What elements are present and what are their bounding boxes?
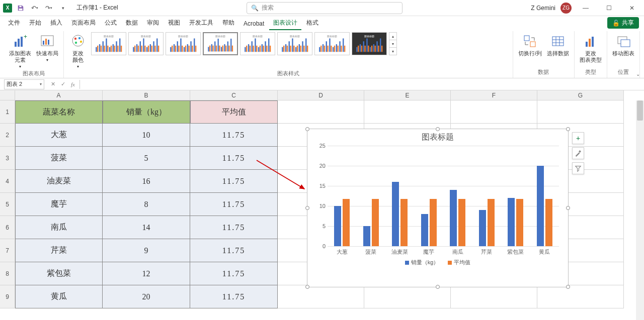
cell-A1[interactable]: 蔬菜名称 — [15, 100, 103, 124]
move-chart-button[interactable]: 移动图表 — [611, 32, 635, 58]
cell-E1[interactable] — [364, 100, 451, 124]
gallery-scroll[interactable]: ▴▾▾ — [389, 32, 397, 55]
cell-C3[interactable]: 11.75 — [190, 147, 278, 170]
chart-style-thumb-5[interactable]: 图表标题 — [240, 32, 275, 55]
chart-styles-gallery[interactable]: 图表标题 图表标题 图表标题 图表标题 图表标题 图表标题 图表标题 图表标题 … — [91, 32, 397, 55]
chart-plot-area[interactable]: 0510152025 — [328, 146, 559, 246]
chart-bar[interactable] — [334, 206, 341, 246]
chart-filters-button[interactable] — [572, 162, 584, 174]
user-avatar[interactable]: ZG — [560, 3, 572, 14]
cell-B7[interactable]: 9 — [103, 239, 190, 262]
chart-bar[interactable] — [450, 190, 457, 246]
chart-title[interactable]: 图表标题 — [307, 129, 568, 146]
column-header-F[interactable]: F — [451, 90, 537, 100]
chart-bar[interactable] — [372, 199, 379, 246]
vertical-scrollbar[interactable] — [636, 100, 644, 320]
cell-G9[interactable] — [537, 285, 624, 308]
cell-B2[interactable]: 10 — [103, 124, 190, 147]
cell-C7[interactable]: 11.75 — [190, 239, 278, 262]
cell-C1[interactable]: 平均值 — [190, 100, 278, 124]
cell-B6[interactable]: 14 — [103, 216, 190, 239]
column-header-C[interactable]: C — [190, 90, 278, 100]
column-header-B[interactable]: B — [103, 90, 190, 100]
chart-bar[interactable] — [421, 214, 428, 246]
maximize-button[interactable]: ☐ — [600, 1, 618, 15]
menu-tab-插入[interactable]: 插入 — [46, 17, 66, 30]
change-colors-button[interactable]: 更改 颜色 ▾ — [68, 32, 88, 70]
cancel-edit-button[interactable]: ✕ — [48, 80, 57, 89]
chart-style-thumb-8[interactable]: 图表标题 — [352, 32, 387, 55]
chart-bar[interactable] — [392, 182, 399, 246]
column-header-D[interactable]: D — [278, 90, 364, 100]
qat-customize-button[interactable]: ▾ — [57, 3, 68, 14]
cell-B5[interactable]: 8 — [103, 193, 190, 216]
chart-bar[interactable] — [516, 199, 523, 246]
save-button[interactable] — [15, 3, 26, 14]
insert-function-button[interactable]: fx — [68, 80, 77, 89]
menu-tab-文件[interactable]: 文件 — [4, 17, 24, 30]
cell-B9[interactable]: 20 — [103, 285, 190, 308]
select-data-button[interactable]: 选择数据 — [546, 32, 570, 58]
chart-bar[interactable] — [537, 166, 544, 246]
cell-D1[interactable] — [278, 100, 364, 124]
row-header-2[interactable]: 2 — [0, 124, 15, 147]
chart-resize-handle[interactable] — [566, 127, 570, 131]
cell-B8[interactable]: 12 — [103, 262, 190, 285]
quick-layout-button[interactable]: 快速布局 ▾ — [35, 32, 59, 63]
column-header-G[interactable]: G — [537, 90, 624, 100]
confirm-edit-button[interactable]: ✓ — [58, 80, 67, 89]
scrollbar-thumb[interactable] — [637, 100, 643, 121]
menu-tab-公式[interactable]: 公式 — [101, 17, 121, 30]
name-box[interactable]: 图表 2▾ — [4, 79, 44, 89]
row-header-9[interactable]: 9 — [0, 285, 15, 308]
row-header-1[interactable]: 1 — [0, 100, 15, 124]
menu-tab-帮助[interactable]: 帮助 — [218, 17, 238, 30]
menu-tab-视图[interactable]: 视图 — [164, 17, 184, 30]
cell-F1[interactable] — [451, 100, 537, 124]
chart-resize-handle[interactable] — [436, 285, 440, 289]
menu-tab-格式[interactable]: 格式 — [302, 17, 323, 30]
row-header-4[interactable]: 4 — [0, 170, 15, 193]
cell-A9[interactable]: 黄瓜 — [15, 285, 103, 308]
chart-style-thumb-7[interactable]: 图表标题 — [314, 32, 350, 55]
chart-bar[interactable] — [545, 199, 552, 246]
switch-row-col-button[interactable]: 切换行/列 — [517, 32, 543, 58]
select-all-button[interactable] — [0, 90, 15, 100]
cell-F9[interactable] — [451, 285, 537, 308]
ribbon-collapse-button[interactable]: ⌄ — [636, 71, 640, 77]
chart-elements-button[interactable]: + — [572, 132, 584, 144]
cell-C8[interactable]: 11.75 — [190, 262, 278, 285]
chart-style-thumb-3[interactable]: 图表标题 — [166, 32, 201, 55]
search-box[interactable]: 🔍 搜索 — [247, 2, 403, 14]
menu-tab-开始[interactable]: 开始 — [25, 17, 45, 30]
chart-bar[interactable] — [479, 210, 486, 246]
row-header-6[interactable]: 6 — [0, 216, 15, 239]
change-chart-type-button[interactable]: 更改 图表类型 — [579, 32, 603, 64]
chart-bar[interactable] — [400, 199, 408, 246]
chart-resize-handle[interactable] — [305, 206, 309, 210]
add-chart-elements-button[interactable]: + 添加图表 元素 ▾ — [8, 32, 32, 70]
chart-resize-handle[interactable] — [566, 285, 570, 289]
cell-D9[interactable] — [278, 285, 364, 308]
chart-resize-handle[interactable] — [305, 127, 309, 131]
undo-button[interactable]: ↶▾ — [29, 3, 40, 14]
share-button[interactable]: 🔓 共享 — [607, 17, 639, 29]
chart-legend[interactable]: 销量（kg） 平均值 — [307, 256, 568, 269]
redo-button[interactable]: ↷▾ — [43, 3, 54, 14]
cell-B4[interactable]: 16 — [103, 170, 190, 193]
row-header-3[interactable]: 3 — [0, 147, 15, 170]
chart-styles-button[interactable] — [572, 147, 584, 159]
chart-bar[interactable] — [488, 199, 495, 246]
cell-A3[interactable]: 菠菜 — [15, 147, 103, 170]
column-header-E[interactable]: E — [364, 90, 451, 100]
menu-tab-Acrobat[interactable]: Acrobat — [239, 18, 268, 30]
menu-tab-页面布局[interactable]: 页面布局 — [67, 17, 100, 30]
cell-A8[interactable]: 紫包菜 — [15, 262, 103, 285]
chart-bar[interactable] — [458, 199, 465, 246]
cell-C6[interactable]: 11.75 — [190, 216, 278, 239]
chart-bar[interactable] — [343, 199, 350, 246]
chart-style-thumb-4[interactable]: 图表标题 — [203, 32, 238, 55]
row-header-8[interactable]: 8 — [0, 262, 15, 285]
menu-tab-开发工具[interactable]: 开发工具 — [185, 17, 217, 30]
cell-A7[interactable]: 芹菜 — [15, 239, 103, 262]
